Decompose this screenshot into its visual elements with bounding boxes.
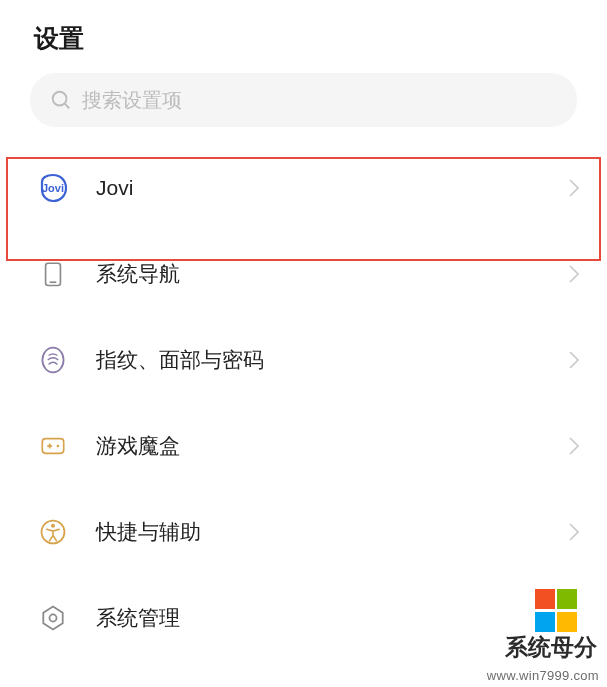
row-label: 系统管理 [96, 604, 579, 632]
svg-point-5 [42, 348, 63, 373]
row-label: 指纹、面部与密码 [96, 346, 569, 374]
accessibility-icon [36, 515, 70, 549]
row-label: 游戏魔盒 [96, 432, 569, 460]
watermark-logo-icon [535, 589, 579, 633]
row-game-box[interactable]: 游戏魔盒 [0, 403, 607, 489]
chevron-right-icon [569, 523, 579, 541]
gamepad-icon [36, 429, 70, 463]
chevron-right-icon [569, 351, 579, 369]
svg-point-9 [57, 445, 60, 448]
fingerprint-icon [36, 343, 70, 377]
chevron-right-icon [569, 265, 579, 283]
svg-text:Jovi: Jovi [42, 182, 64, 194]
watermark-brand: 系统⺟分 [505, 632, 597, 663]
phone-nav-icon [36, 257, 70, 291]
row-system-navigation[interactable]: 系统导航 [0, 231, 607, 317]
row-label: 系统导航 [96, 260, 569, 288]
row-jovi[interactable]: Jovi Jovi [0, 145, 607, 231]
search-placeholder: 搜索设置项 [82, 87, 182, 114]
search-icon [50, 89, 72, 111]
svg-point-13 [49, 614, 56, 621]
svg-line-1 [65, 104, 70, 109]
jovi-icon: Jovi [36, 171, 70, 205]
row-label: 快捷与辅助 [96, 518, 569, 546]
svg-point-11 [51, 524, 55, 528]
gear-hex-icon [36, 601, 70, 635]
svg-marker-12 [43, 607, 62, 630]
watermark-url: www.win7999.com [487, 668, 599, 683]
chevron-right-icon [569, 179, 579, 197]
page-title: 设置 [0, 0, 607, 73]
row-biometric[interactable]: 指纹、面部与密码 [0, 317, 607, 403]
svg-point-0 [53, 92, 67, 106]
svg-rect-6 [42, 439, 63, 454]
row-shortcut-accessibility[interactable]: 快捷与辅助 [0, 489, 607, 575]
row-label: Jovi [96, 176, 569, 200]
search-input[interactable]: 搜索设置项 [30, 73, 577, 127]
chevron-right-icon [569, 437, 579, 455]
